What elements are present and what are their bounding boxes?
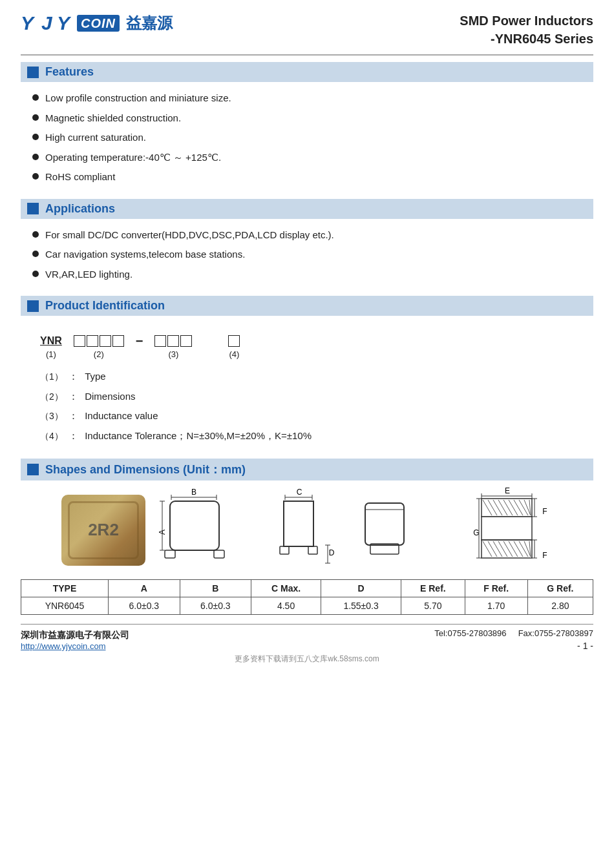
svg-rect-13 [214, 550, 224, 558]
desc-text-1: Type [85, 371, 106, 382]
svg-line-48 [483, 541, 492, 557]
page-header: Y J Y COIN 益嘉源 SMD Power Inductors -YNR6… [21, 12, 593, 56]
list-item: Magnetic shielded construction. [32, 111, 593, 126]
svg-rect-24 [308, 546, 317, 554]
prod-desc-3: （3） ： Inductance value [40, 409, 574, 424]
table-header-fref: F Ref. [465, 580, 527, 597]
svg-line-37 [488, 500, 497, 515]
desc-num-3: （3） [40, 411, 63, 421]
contact-info: Tel:0755-27803896 Fax:0755-27803897 [434, 628, 593, 638]
prod-id-box [74, 335, 85, 347]
prod-id-label-3: (3) [169, 349, 179, 359]
svg-line-43 [519, 500, 528, 515]
prod-id-box [228, 335, 240, 347]
diagram-side: C D [275, 487, 339, 573]
svg-line-49 [488, 541, 497, 557]
desc-text-2: Dimensions [85, 391, 135, 402]
prod-id-group-2: (2) [74, 335, 124, 359]
prod-id-group-3: (3) [154, 335, 192, 359]
bullet-icon [32, 114, 39, 121]
applications-icon [27, 203, 39, 214]
logo-chinese: 益嘉源 [126, 13, 173, 34]
svg-line-40 [503, 500, 513, 515]
applications-title: Applications [45, 202, 115, 216]
dimension-table: TYPE A B C Max. D E Ref. F Ref. G Ref. Y… [21, 579, 593, 615]
applications-list: For small DC/DC converter(HDD,DVC,DSC,PD… [21, 225, 593, 293]
prod-id-box [100, 335, 111, 347]
shapes-diagrams: 2R2 B A [21, 487, 593, 573]
bullet-icon [32, 251, 39, 257]
cell-a: 6.0±0.3 [109, 597, 180, 615]
cell-gref: 2.80 [527, 597, 593, 615]
prod-id-group-1: YNR (1) [40, 335, 62, 359]
svg-line-51 [498, 541, 507, 557]
list-item: RoHS compliant [32, 170, 593, 185]
diagram-top: E G F F [436, 487, 553, 573]
title-line2: -YNR6045 Series [460, 30, 593, 48]
bullet-icon [32, 134, 39, 140]
product-id-title: Product Identification [45, 299, 165, 313]
cell-cmax: 4.50 [251, 597, 321, 615]
cell-b: 6.0±0.3 [180, 597, 251, 615]
table-header-type: TYPE [21, 580, 109, 597]
svg-text:G: G [473, 528, 479, 537]
svg-line-39 [498, 500, 507, 515]
desc-text-3: Inductance value [85, 410, 158, 421]
title-line1: SMD Power Inductors [460, 12, 593, 30]
table-header-row: TYPE A B C Max. D E Ref. F Ref. G Ref. [21, 580, 593, 597]
table-header-gref: G Ref. [527, 580, 593, 597]
cell-eref: 5.70 [401, 597, 465, 615]
product-id-section-bar: Product Identification [21, 296, 593, 316]
cell-type: YNR6045 [21, 597, 109, 615]
tel: Tel:0755-27803896 [434, 628, 506, 638]
logo-area: Y J Y COIN 益嘉源 [21, 12, 173, 35]
prod-desc-2: （2） ： Dimensions [40, 389, 574, 404]
header-title: SMD Power Inductors -YNR6045 Series [460, 12, 593, 48]
shapes-section-bar: Shapes and Dimensions (Unit：mm) [21, 459, 593, 480]
diagram-elevation [352, 487, 423, 573]
prod-id-label-1: (1) [46, 349, 56, 359]
prod-id-prefix: YNR [40, 335, 62, 347]
svg-text:F: F [542, 551, 547, 560]
prod-id-boxes-4 [228, 335, 240, 347]
svg-text:Y: Y [21, 12, 36, 34]
features-list: Low profile construction and miniature s… [21, 88, 593, 195]
svg-line-38 [493, 500, 502, 515]
svg-rect-7 [170, 501, 219, 550]
desc-num-2: （2） [40, 391, 63, 402]
footer-right: Tel:0755-27803896 Fax:0755-27803897 - 1 … [434, 628, 593, 651]
website-link[interactable]: http://www.yjycoin.com [21, 641, 129, 651]
prod-id-boxes-3 [154, 335, 192, 347]
shapes-icon [27, 464, 39, 475]
diagram-front: B A [158, 487, 262, 573]
svg-text:Y: Y [57, 12, 72, 34]
footer-left: 深圳市益嘉源电子有限公司 http://www.yjycoin.com [21, 630, 129, 651]
watermark: 更多资料下载请到五八文库wk.58sms.com [21, 654, 593, 665]
product-id-descriptions: （1） ： Type （2） ： Dimensions （3） ： Induct… [21, 364, 593, 455]
fax: Fax:0755-27803897 [518, 628, 593, 638]
list-item: High current saturation. [32, 130, 593, 145]
list-item: For small DC/DC converter(HDD,DVC,DSC,PD… [32, 228, 593, 243]
svg-rect-23 [280, 546, 289, 554]
svg-line-41 [509, 500, 518, 515]
bullet-icon [32, 231, 39, 238]
table-header-a: A [109, 580, 180, 597]
list-item: VR,AR,LED lighting. [32, 267, 593, 282]
prod-id-box [87, 335, 98, 347]
svg-text:D: D [329, 548, 335, 557]
prod-desc-1: （1） ： Type [40, 369, 574, 384]
svg-rect-46 [482, 517, 532, 540]
page-footer: 深圳市益嘉源电子有限公司 http://www.yjycoin.com Tel:… [21, 624, 593, 651]
bullet-icon [32, 154, 39, 160]
table-header-cmax: C Max. [251, 580, 321, 597]
svg-line-36 [483, 500, 492, 515]
prod-id-box [180, 335, 192, 347]
features-icon [27, 67, 39, 78]
features-section-bar: Features [21, 62, 593, 82]
svg-line-42 [514, 500, 523, 515]
prod-id-boxes-2 [74, 335, 124, 347]
table-header-eref: E Ref. [401, 580, 465, 597]
svg-rect-12 [165, 550, 175, 558]
cell-fref: 1.70 [465, 597, 527, 615]
logo-graphic: Y J Y COIN 益嘉源 [21, 12, 173, 35]
